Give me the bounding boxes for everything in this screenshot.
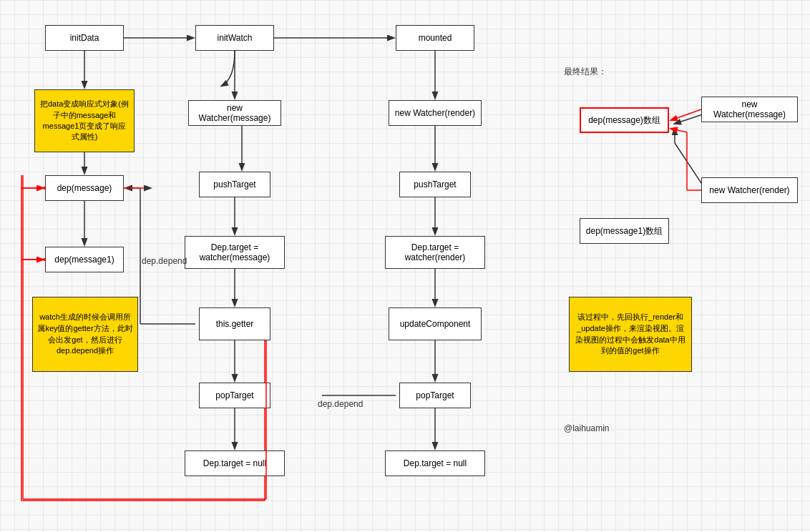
this-getter-box: this.getter [199, 307, 270, 340]
new-watcher-message-right-label: new Watcher(message) [705, 99, 794, 119]
pop-target-2-label: popTarget [416, 390, 454, 400]
dep-target-null-2-label: Dep.target = null [404, 458, 467, 468]
mounted-box: mounted [396, 25, 474, 51]
initData-label: initData [70, 33, 99, 43]
dep-depend-1-text: dep.depend [142, 256, 187, 266]
update-component-box: updateComponent [389, 307, 482, 340]
dep-message1-box: dep(message1) [45, 247, 124, 272]
dep-target-null-2-box: Dep.target = null [385, 450, 485, 476]
initWatch-label: initWatch [218, 33, 253, 43]
dep-target-null-1-box: Dep.target = null [185, 450, 285, 476]
dep-target-1-box: Dep.target =watcher(message) [185, 236, 285, 269]
diagram-canvas: initData initWatch mounted 把data变成响应式对象(… [0, 0, 810, 532]
new-watcher-render-right-label: new Watcher(render) [709, 185, 789, 195]
dep-depend-2-text: dep.depend [318, 399, 363, 409]
mounted-label: mounted [419, 33, 452, 43]
new-watcher-message-box: new Watcher(message) [188, 100, 281, 126]
dep-target-null-1-label: Dep.target = null [203, 458, 266, 468]
svg-line-33 [671, 129, 687, 132]
this-getter-label: this.getter [216, 319, 254, 329]
dep-target-2-label: Dep.target =watcher(render) [405, 242, 466, 262]
author-text: @laihuamin [564, 423, 610, 433]
new-watcher-render-right-box: new Watcher(render) [701, 177, 798, 203]
dep-target-2-box: Dep.target =watcher(render) [385, 236, 485, 269]
yellow-note-2-text: watch生成的时候会调用所属key值的getter方法，此时会出发get，然后… [37, 312, 133, 358]
push-target-2-label: pushTarget [414, 179, 456, 189]
dep-message-label: dep(message) [57, 183, 112, 193]
dep-message1-label: dep(message1) [54, 255, 114, 265]
svg-line-30 [671, 109, 701, 120]
dep-message-arr-box: dep(message)数组 [580, 107, 669, 133]
dep-target-1-label: Dep.target =watcher(message) [200, 242, 270, 262]
author-label: @laihuamin [564, 423, 610, 433]
push-target-1-box: pushTarget [199, 172, 270, 197]
dep-message1-arr-label: dep(message1)数组 [586, 225, 663, 237]
update-component-label: updateComponent [400, 319, 471, 329]
dep-depend-2-label: dep.depend [318, 399, 363, 409]
new-watcher-render-box: new Watcher(render) [389, 100, 482, 126]
initData-box: initData [45, 25, 124, 51]
zuizhongjieguo-text: 最终结果： [564, 66, 607, 77]
pop-target-2-box: popTarget [399, 383, 471, 408]
new-watcher-message-label: new Watcher(message) [192, 103, 278, 123]
zuizhongjieguo-label: 最终结果： [564, 66, 607, 78]
pop-target-1-box: popTarget [199, 383, 270, 408]
dep-message1-arr-box: dep(message1)数组 [580, 218, 669, 244]
dep-message-arr-label: dep(message)数组 [588, 114, 660, 127]
dep-message-box: dep(message) [45, 175, 124, 201]
new-watcher-render-label: new Watcher(render) [395, 108, 475, 118]
new-watcher-message-right-box: new Watcher(message) [701, 97, 798, 122]
push-target-1-label: pushTarget [213, 179, 255, 189]
initWatch-box: initWatch [195, 25, 274, 51]
yellow-note-3-text: 该过程中，先回执行_render和_update操作，来渲染视图。渲染视图的过程… [574, 312, 687, 358]
yellow-note-3: 该过程中，先回执行_render和_update操作，来渲染视图。渲染视图的过程… [569, 297, 692, 372]
yellow-note-1-text: 把data变成响应式对象(例子中的message和message1页变成了响应式… [39, 99, 130, 143]
push-target-2-box: pushTarget [399, 172, 471, 197]
pop-target-1-label: popTarget [215, 390, 253, 400]
yellow-note-2: watch生成的时候会调用所属key值的getter方法，此时会出发get，然后… [32, 297, 138, 372]
dep-depend-1-label: dep.depend [142, 256, 187, 266]
yellow-note-1: 把data变成响应式对象(例子中的message和message1页变成了响应式… [34, 89, 135, 152]
